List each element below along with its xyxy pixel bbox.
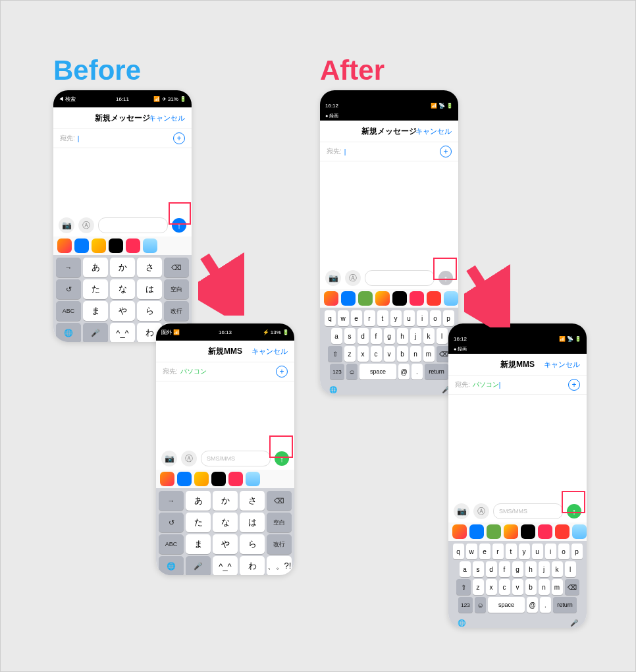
key[interactable]: ^_^: [213, 556, 238, 575]
app-icon[interactable]: [555, 524, 570, 539]
key[interactable]: a: [331, 328, 342, 344]
app-icon[interactable]: [109, 238, 123, 253]
app-icon[interactable]: [469, 524, 484, 539]
key[interactable]: s: [344, 328, 356, 344]
key[interactable]: 🎤: [83, 323, 108, 342]
key[interactable]: i: [417, 310, 428, 326]
app-icon[interactable]: [444, 291, 458, 306]
key[interactable]: た: [83, 279, 108, 299]
app-icon[interactable]: [74, 238, 89, 253]
key[interactable]: p: [571, 544, 583, 559]
app-strip[interactable]: [53, 237, 192, 255]
app-icon[interactable]: [324, 291, 338, 306]
key[interactable]: y: [519, 544, 530, 559]
key[interactable]: r: [364, 310, 375, 326]
key[interactable]: 🎤: [186, 556, 211, 575]
key[interactable]: n: [410, 346, 421, 362]
app-icon[interactable]: [126, 238, 140, 253]
key[interactable]: c: [499, 579, 510, 595]
app-icon[interactable]: [341, 291, 356, 306]
key[interactable]: @: [398, 364, 410, 379]
to-field-row[interactable]: 宛先: パソコン +: [156, 362, 294, 381]
app-icon[interactable]: [228, 472, 243, 486]
key[interactable]: x: [358, 346, 369, 362]
app-icon[interactable]: [211, 472, 226, 486]
key[interactable]: v: [384, 346, 395, 362]
key[interactable]: 、。?!: [267, 556, 292, 575]
key[interactable]: 🌐: [56, 323, 81, 342]
key[interactable]: z: [344, 346, 356, 362]
key[interactable]: n: [539, 579, 550, 595]
appstore-icon[interactable]: Ⓐ: [78, 217, 94, 233]
key[interactable]: ⌫: [565, 579, 579, 595]
key[interactable]: ☺: [346, 364, 358, 379]
key[interactable]: o: [558, 544, 570, 559]
camera-icon[interactable]: 📷: [325, 270, 341, 286]
app-strip[interactable]: [320, 289, 458, 308]
key[interactable]: d: [486, 561, 497, 577]
key[interactable]: あ: [186, 491, 211, 511]
cancel-button[interactable]: キャンセル: [415, 126, 452, 136]
message-input[interactable]: [98, 217, 168, 233]
app-icon[interactable]: [504, 524, 518, 539]
camera-icon[interactable]: 📷: [161, 451, 177, 466]
key[interactable]: w: [466, 544, 477, 559]
key[interactable]: か: [110, 258, 135, 277]
key[interactable]: q: [453, 544, 464, 559]
app-icon[interactable]: [521, 524, 535, 539]
appstore-icon[interactable]: Ⓐ: [345, 270, 361, 286]
key[interactable]: ABC: [159, 534, 184, 554]
key[interactable]: 改行: [267, 534, 292, 554]
key[interactable]: d: [358, 328, 369, 344]
key[interactable]: w: [338, 310, 349, 326]
app-icon[interactable]: [375, 291, 390, 306]
key[interactable]: ^_^: [110, 323, 135, 342]
key[interactable]: y: [390, 310, 402, 326]
key[interactable]: u: [404, 310, 415, 326]
key[interactable]: さ: [137, 258, 162, 277]
key[interactable]: や: [110, 301, 135, 321]
to-contact-chip[interactable]: パソコン: [473, 380, 499, 389]
key[interactable]: u: [532, 544, 543, 559]
key[interactable]: k: [552, 561, 563, 577]
key[interactable]: o: [430, 310, 441, 326]
key[interactable]: m: [423, 346, 435, 362]
key[interactable]: 改行: [164, 301, 189, 321]
key[interactable]: h: [525, 561, 537, 577]
key[interactable]: 🌐: [456, 615, 467, 628]
key[interactable]: →: [159, 491, 184, 511]
appstore-icon[interactable]: Ⓐ: [473, 503, 489, 519]
key[interactable]: j: [410, 328, 421, 344]
key[interactable]: ら: [240, 534, 265, 554]
key[interactable]: な: [110, 279, 135, 299]
key[interactable]: b: [397, 346, 408, 362]
key[interactable]: x: [486, 579, 497, 595]
key[interactable]: さ: [240, 491, 265, 511]
key[interactable]: q: [325, 310, 336, 326]
send-button[interactable]: ↑: [275, 451, 289, 466]
add-contact-button[interactable]: +: [440, 146, 452, 157]
key[interactable]: f: [371, 328, 382, 344]
key[interactable]: ま: [83, 301, 108, 321]
key[interactable]: z: [473, 579, 484, 595]
key[interactable]: @: [527, 597, 538, 613]
key[interactable]: わ: [240, 556, 265, 575]
key[interactable]: ⇧: [328, 346, 342, 362]
to-contact-chip[interactable]: パソコン: [180, 367, 207, 376]
appstore-icon[interactable]: Ⓐ: [181, 451, 197, 466]
key[interactable]: g: [384, 328, 395, 344]
key[interactable]: j: [539, 561, 550, 577]
message-input[interactable]: SMS/MMS: [201, 451, 271, 466]
app-icon[interactable]: [572, 524, 587, 539]
app-icon[interactable]: [427, 291, 441, 306]
key[interactable]: .: [540, 597, 551, 613]
key[interactable]: 123: [330, 364, 344, 379]
app-icon[interactable]: [538, 524, 552, 539]
kana-keyboard[interactable]: →あかさ⌫↺たなは空白ABCまやら改行🌐🎤^_^わ、。?!: [156, 488, 294, 575]
key[interactable]: space: [488, 597, 525, 613]
send-button[interactable]: ↑: [438, 271, 453, 285]
key[interactable]: 空白: [164, 279, 189, 299]
key[interactable]: ⇧: [456, 579, 471, 595]
send-button[interactable]: ↑: [567, 504, 581, 518]
app-icon[interactable]: [358, 291, 373, 306]
